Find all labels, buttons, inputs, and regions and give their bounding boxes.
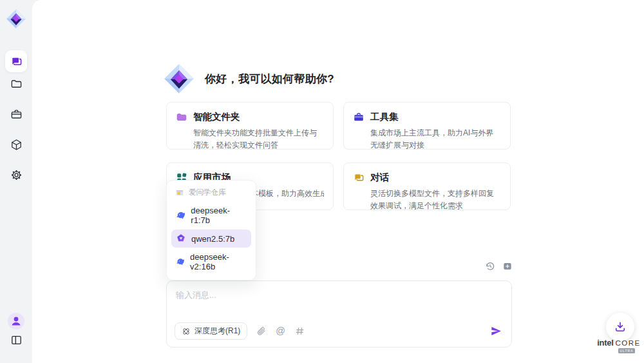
intel-wordmark: intel [597, 338, 613, 348]
card-toolset[interactable]: 工具集 集成市场上主流工具，助力AI与外界无缝扩展与对接 [343, 102, 511, 150]
sidebar-panel-toggle[interactable] [5, 329, 27, 351]
download-button[interactable] [606, 313, 634, 341]
sidebar-item-settings[interactable] [5, 164, 27, 186]
card-conversation[interactable]: 对话 灵活切换多模型文件，支持多样回复效果调试，满足个性化需求 [343, 162, 511, 210]
model-dropdown: 爱问学仓库 deepseek-r1:7b qwen2.5:7b [166, 180, 256, 280]
card-description: 智能文件夹功能支持批量文件上传与清洗，轻松实现文件问答 [193, 127, 324, 151]
atom-icon [182, 327, 191, 336]
deepseek-whale-icon [176, 257, 185, 267]
greeting: 你好，我可以如何帮助你? [162, 62, 334, 95]
card-description: 集成市场上主流工具，助力AI与外界无缝扩展与对接 [370, 127, 501, 151]
diamond-logo-icon [5, 8, 27, 30]
model-option-deepseek-r1[interactable]: deepseek-r1:7b [171, 202, 251, 229]
hash-icon [295, 326, 305, 336]
model-group-label: 爱问学仓库 [189, 188, 226, 197]
sidebar [0, 0, 32, 363]
diamond-logo-icon [162, 62, 196, 95]
sidebar-item-folders[interactable] [5, 73, 27, 95]
history-icon [485, 261, 495, 271]
chat-bubbles-icon [353, 172, 365, 184]
new-chat-button[interactable] [502, 260, 513, 271]
chat-icon [10, 55, 23, 68]
model-group-header: 爱问学仓库 [171, 185, 251, 201]
card-title: 工具集 [370, 111, 399, 123]
ultra-badge: ULTRA [618, 348, 635, 353]
model-option-label: qwen2.5:7b [191, 234, 234, 244]
history-button[interactable] [484, 260, 495, 271]
panel-icon [10, 334, 23, 346]
card-description: 灵活切换多模型文件，支持多样回复效果调试，满足个性化需求 [370, 188, 501, 211]
deepseek-whale-icon [176, 210, 185, 221]
briefcase-filled-icon [353, 112, 365, 123]
download-icon [614, 320, 627, 333]
model-option-label: deepseek-r1:7b [191, 206, 247, 225]
folder-filled-icon [176, 112, 187, 123]
card-smart-folder[interactable]: 智能文件夹 智能文件夹功能支持批量文件上传与清洗，轻松实现文件问答 [166, 102, 334, 150]
app-window: 你好，我可以如何帮助你? 智能文件夹 智能文件夹功能支持批量文件上传与清洗，轻松… [0, 0, 644, 363]
folder-icon [10, 78, 23, 90]
intel-core-logo: intel core ULTRA [596, 338, 641, 353]
cube-icon [10, 139, 23, 151]
mention-button[interactable]: @ [276, 326, 285, 336]
message-input[interactable] [168, 282, 503, 316]
send-icon [490, 325, 502, 337]
composer-icons: @ [256, 326, 305, 336]
sidebar-item-models[interactable] [5, 133, 27, 155]
prompt-library-button[interactable] [295, 326, 305, 336]
model-option-qwen[interactable]: qwen2.5:7b [171, 230, 251, 248]
message-composer: 深度思考(R1) @ [166, 280, 512, 348]
send-button[interactable] [490, 325, 502, 337]
deep-think-label: 深度思考(R1) [194, 326, 240, 337]
greeting-title: 你好，我可以如何帮助你? [205, 72, 334, 86]
repo-icon [175, 188, 184, 197]
paperclip-icon [256, 326, 266, 336]
card-title: 对话 [370, 172, 389, 184]
user-icon [7, 312, 25, 330]
composer-toolbar: 深度思考(R1) @ [175, 322, 502, 340]
gear-icon [10, 169, 23, 181]
core-wordmark: core [616, 339, 641, 347]
card-title: 智能文件夹 [193, 111, 240, 123]
new-chat-icon [502, 261, 513, 271]
sidebar-item-chat[interactable] [5, 50, 27, 72]
model-option-deepseek-v2[interactable]: deepseek-v2:16b [171, 248, 251, 275]
briefcase-icon [10, 108, 23, 121]
chat-toolbar [484, 260, 513, 271]
app-logo [5, 8, 27, 30]
attach-button[interactable] [256, 326, 266, 336]
qwen-icon [176, 233, 186, 244]
sidebar-item-toolbox[interactable] [5, 103, 27, 125]
deep-think-toggle[interactable]: 深度思考(R1) [175, 322, 247, 340]
model-option-label: deepseek-v2:16b [190, 252, 247, 271]
